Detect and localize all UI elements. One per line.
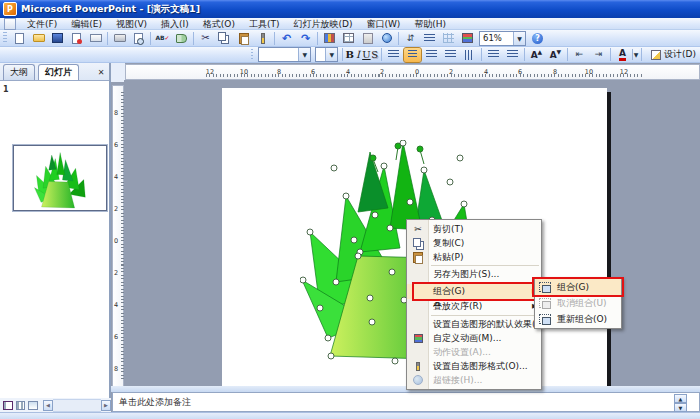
context-menu-item-copy[interactable]: 复制(C) [407, 236, 541, 250]
bullets-button[interactable] [504, 48, 521, 62]
print-icon [114, 34, 126, 42]
show-grid-button[interactable] [440, 31, 457, 45]
menu-slideshow[interactable]: 幻灯片放映(D) [286, 18, 359, 30]
toolbar-grip[interactable] [251, 49, 253, 61]
underline-button[interactable]: U [362, 49, 370, 60]
insert-table-button[interactable] [340, 31, 357, 45]
numbering-button[interactable] [485, 48, 502, 62]
distribute-button[interactable] [442, 48, 459, 62]
paste-icon [239, 33, 249, 44]
zoom-combobox[interactable]: 61% ▼ [479, 31, 526, 46]
cut-button[interactable]: ✂ [197, 31, 214, 45]
tab-outline[interactable]: 大纲 [3, 64, 35, 80]
insert-chart-button[interactable] [321, 31, 338, 45]
horizontal-scrollbar[interactable]: ◀ ▶ [43, 399, 111, 411]
align-right-button[interactable] [423, 48, 440, 62]
decrease-indent-button[interactable]: ⇤ [571, 48, 588, 62]
submenu-item-regroup[interactable]: 重新组合(O) [535, 311, 621, 327]
align-center-button[interactable] [404, 48, 421, 62]
menu-format[interactable]: 格式(O) [196, 18, 242, 30]
print-button[interactable] [111, 31, 128, 45]
context-menu-item-save-as-picture[interactable]: 另存为图片(S)... [407, 267, 541, 281]
format-painter-button[interactable] [254, 31, 271, 45]
menu-edit[interactable]: 编辑(E) [64, 18, 109, 30]
context-menu-item-custom-animation[interactable]: 自定义动画(M)... [407, 331, 541, 345]
slide-sorter-view-button[interactable] [16, 401, 26, 410]
context-menu-item-order[interactable]: 叠放次序(R) ▶ [407, 299, 541, 314]
toolbar-separator [381, 48, 382, 61]
print-preview-button[interactable] [130, 31, 147, 45]
menu-view[interactable]: 视图(V) [109, 18, 154, 30]
close-icon[interactable]: ✕ [96, 68, 106, 77]
open-button[interactable] [30, 31, 47, 45]
notes-pane[interactable]: 单击此处添加备注 ▲ ▼ [112, 392, 700, 412]
ruler-number: 6 [311, 68, 315, 76]
copy-button[interactable] [216, 31, 233, 45]
menu-window[interactable]: 窗口(W) [359, 18, 407, 30]
scroll-up-icon[interactable]: ▲ [674, 394, 687, 403]
ruler-number: 4 [114, 173, 118, 181]
toolbar-grip[interactable] [3, 32, 7, 44]
spelling-button[interactable]: AB✓ [154, 31, 171, 45]
context-menu-item-format-autoshape[interactable]: 设置自选图形格式(O)... [407, 359, 541, 373]
paste-button[interactable] [235, 31, 252, 45]
chevron-down-icon[interactable]: ▼ [298, 48, 310, 61]
menu-file[interactable]: 文件(F) [20, 18, 64, 30]
undo-button[interactable]: ↶ [278, 31, 295, 45]
menu-help[interactable]: 帮助(H) [407, 18, 453, 30]
research-button[interactable] [173, 31, 190, 45]
new-button[interactable] [11, 31, 28, 45]
context-menu-item-autoshape-defaults[interactable]: 设置自选图形的默认效果(D) [407, 317, 541, 331]
chevron-down-icon[interactable]: ▼ [632, 49, 639, 60]
insert-hyperlink-button[interactable] [378, 31, 395, 45]
vertical-ruler[interactable]: 8 6 4 2 0 2 4 6 8 [112, 85, 124, 388]
horizontal-ruler[interactable]: 12 10 8 6 4 2 0 2 4 6 8 10 12 [125, 64, 700, 80]
paste-icon [409, 250, 427, 264]
show-formatting-icon [424, 34, 435, 43]
context-menu-item-group[interactable]: 组合(G) ▶ [407, 284, 541, 299]
save-button[interactable] [49, 31, 66, 45]
increase-indent-button[interactable]: ⇥ [590, 48, 607, 62]
tab-slides[interactable]: 幻灯片 [38, 64, 79, 80]
redo-icon: ↷ [301, 33, 310, 44]
chevron-down-icon[interactable]: ▼ [325, 48, 337, 61]
help-button[interactable]: ? [529, 31, 546, 45]
mail-button[interactable] [87, 31, 104, 45]
chevron-down-icon[interactable]: ▼ [513, 32, 525, 45]
expand-all-button[interactable]: ⇵ [402, 31, 419, 45]
insert-picture-button[interactable] [359, 31, 376, 45]
redo-button[interactable]: ↷ [297, 31, 314, 45]
bold-button[interactable]: B [345, 49, 353, 60]
decrease-font-size-button[interactable]: A▼ [547, 48, 564, 62]
italic-button[interactable]: I [354, 49, 362, 60]
notes-scrollbar[interactable]: ▲ ▼ [674, 394, 687, 412]
submenu-item-group[interactable]: 组合(G) [535, 279, 621, 295]
design-button[interactable]: 设计(D) [647, 48, 700, 62]
ruler-number: 8 [553, 68, 557, 76]
show-formatting-button[interactable] [421, 31, 438, 45]
slideshow-view-button[interactable] [28, 401, 38, 410]
scroll-left-icon[interactable]: ◀ [43, 400, 53, 411]
increase-font-size-button[interactable]: A▲ [528, 48, 545, 62]
toolbar-separator [317, 32, 318, 45]
menu-tools[interactable]: 工具(T) [242, 18, 287, 30]
context-menu-item-paste[interactable]: 粘贴(P) [407, 250, 541, 264]
font-size-combobox[interactable]: ▼ [315, 47, 338, 62]
scroll-down-icon[interactable]: ▼ [674, 403, 687, 412]
align-left-button[interactable] [385, 48, 402, 62]
shadow-button[interactable]: S [371, 49, 379, 60]
permission-button[interactable] [68, 31, 85, 45]
normal-view-button[interactable] [3, 401, 13, 410]
color-schemes-button[interactable] [459, 31, 476, 45]
ruler-number: 2 [114, 205, 118, 213]
slide-thumbnail[interactable] [13, 145, 107, 211]
scrollbar-track[interactable] [53, 399, 101, 412]
menu-insert[interactable]: 插入(I) [154, 18, 196, 30]
scroll-right-icon[interactable]: ▶ [101, 400, 111, 411]
context-menu-item-cut[interactable]: ✂ 剪切(T) [407, 222, 541, 236]
font-name-combobox[interactable]: ▼ [258, 47, 311, 62]
font-color-button[interactable]: A [614, 48, 631, 62]
vertical-text-button[interactable] [461, 48, 478, 62]
design-label: 设计(D) [664, 48, 696, 61]
undo-icon: ↶ [282, 33, 291, 44]
